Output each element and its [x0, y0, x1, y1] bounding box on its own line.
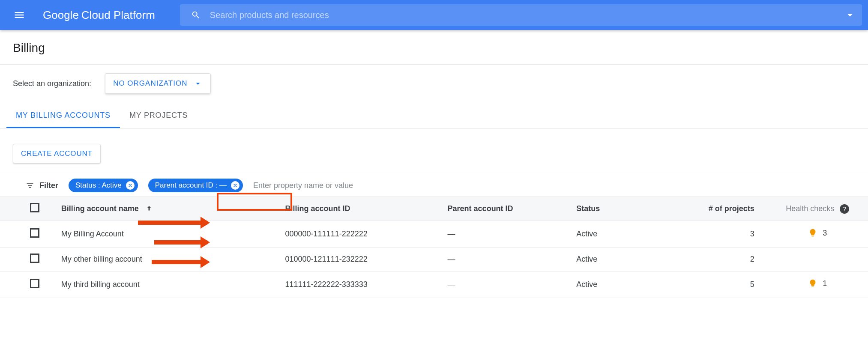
- account-status: Active: [576, 255, 597, 263]
- dropdown-caret-icon: [193, 79, 203, 88]
- account-name-link[interactable]: My Billing Account: [61, 230, 124, 238]
- filter-bar: Filter Status : Active Parent account ID…: [0, 174, 868, 197]
- account-name-link[interactable]: My other billing account: [61, 255, 142, 263]
- billing-accounts-table: Billing account name Billing account ID …: [0, 197, 868, 298]
- lightbulb-icon: [808, 227, 817, 239]
- account-id: 000000-111111-222222: [285, 230, 368, 238]
- col-projects[interactable]: # of projects: [678, 197, 767, 221]
- table-header-row: Billing account name Billing account ID …: [0, 197, 868, 221]
- account-name-link[interactable]: My third billing account: [61, 280, 140, 289]
- logo-cloud-platform: Cloud Platform: [81, 9, 155, 22]
- tab-billing-accounts[interactable]: MY BILLING ACCOUNTS: [6, 105, 120, 128]
- filter-label[interactable]: Filter: [26, 181, 58, 190]
- account-id: 010000-121111-232222: [285, 255, 368, 263]
- account-status: Active: [576, 230, 597, 238]
- col-account-id[interactable]: Billing account ID: [280, 197, 443, 221]
- filter-input[interactable]: [253, 181, 853, 190]
- health-check-indicator[interactable]: 3: [808, 227, 827, 239]
- logo-google: Google: [43, 9, 79, 22]
- table-row: My third billing account 111111-222222-3…: [0, 271, 868, 298]
- gcp-logo[interactable]: Google Cloud Platform: [43, 9, 155, 22]
- chip-remove-icon[interactable]: [126, 181, 135, 190]
- help-icon[interactable]: ?: [840, 204, 849, 214]
- col-account-name[interactable]: Billing account name: [56, 197, 280, 221]
- tab-bar: MY BILLING ACCOUNTS MY PROJECTS: [0, 105, 868, 128]
- filter-chip-parent[interactable]: Parent account ID : —: [148, 179, 243, 192]
- project-count: 5: [750, 280, 754, 289]
- filter-chip-status[interactable]: Status : Active: [69, 179, 138, 192]
- col-status[interactable]: Status: [571, 197, 677, 221]
- search-input[interactable]: [201, 10, 844, 20]
- health-check-indicator[interactable]: 1: [808, 277, 827, 289]
- account-status: Active: [576, 280, 597, 289]
- lightbulb-icon: [808, 277, 817, 289]
- app-bar: Google Cloud Platform: [0, 0, 868, 30]
- nav-menu-button[interactable]: [9, 5, 29, 25]
- project-count: 2: [750, 255, 754, 263]
- row-checkbox[interactable]: [30, 254, 39, 263]
- search-box[interactable]: [180, 4, 862, 26]
- search-expand-icon[interactable]: [844, 9, 856, 21]
- hamburger-icon: [13, 9, 25, 21]
- chip-remove-icon[interactable]: [231, 181, 239, 190]
- select-all-checkbox[interactable]: [30, 203, 39, 212]
- row-checkbox[interactable]: [30, 228, 39, 238]
- tab-my-projects[interactable]: MY PROJECTS: [120, 105, 198, 128]
- row-checkbox[interactable]: [30, 279, 39, 288]
- parent-account-id: —: [448, 230, 455, 238]
- col-parent-id[interactable]: Parent account ID: [443, 197, 572, 221]
- create-account-button[interactable]: CREATE ACCOUNT: [13, 144, 101, 164]
- table-row: My Billing Account 000000-111111-222222 …: [0, 221, 868, 248]
- filter-icon: [26, 181, 34, 190]
- search-icon: [191, 10, 201, 20]
- account-id: 111111-222222-333333: [285, 280, 368, 289]
- org-selector-dropdown[interactable]: NO ORGANIZATION: [105, 73, 211, 94]
- parent-account-id: —: [448, 280, 455, 289]
- org-selector-label: Select an organization:: [13, 79, 91, 88]
- parent-account-id: —: [448, 255, 455, 263]
- page-title: Billing: [13, 41, 855, 55]
- org-selector-value: NO ORGANIZATION: [113, 79, 187, 88]
- col-health-checks[interactable]: Health checks ?: [767, 197, 868, 221]
- project-count: 3: [750, 230, 754, 238]
- sort-asc-icon: [145, 205, 153, 212]
- table-row: My other billing account 010000-121111-2…: [0, 248, 868, 271]
